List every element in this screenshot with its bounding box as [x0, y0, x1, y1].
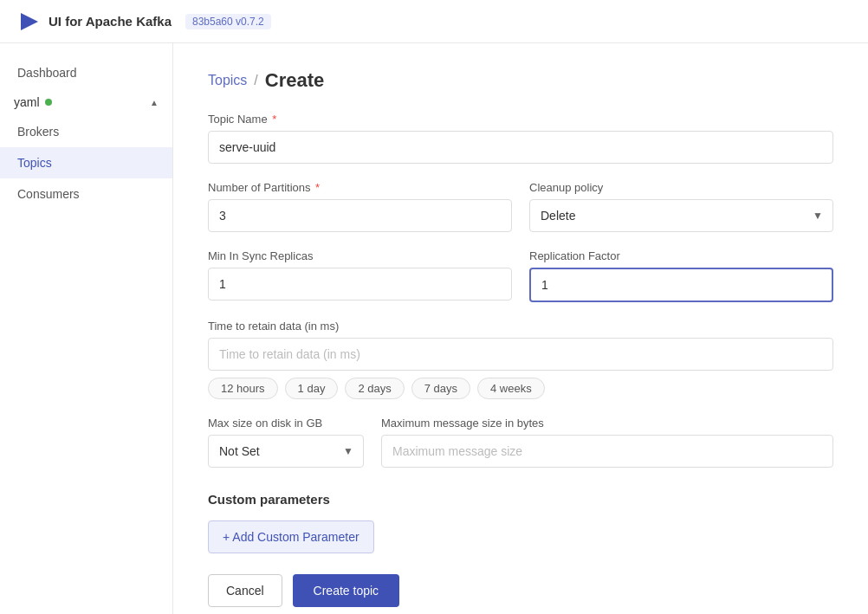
cleanup-policy-select[interactable]: Delete Compact Delete,Compact: [529, 199, 833, 232]
min-sync-replicas-group: Min In Sync Replicas: [208, 249, 512, 302]
cleanup-policy-select-wrapper: Delete Compact Delete,Compact ▼: [529, 199, 833, 232]
chip-2-days[interactable]: 2 days: [345, 378, 404, 399]
topic-name-group: Topic Name *: [208, 113, 833, 164]
chip-4-weeks[interactable]: 4 weeks: [477, 378, 545, 399]
max-size-row: Max size on disk in GB Not Set 1 5 10 50…: [208, 417, 833, 485]
partitions-group: Number of Partitions *: [208, 181, 512, 232]
topic-name-input[interactable]: [208, 131, 833, 164]
chevron-up-icon: ▲: [150, 98, 159, 107]
logo: UI for Apache Kafka: [17, 10, 172, 34]
breadcrumb-topics-link[interactable]: Topics: [208, 73, 247, 88]
add-custom-param-button[interactable]: + Add Custom Parameter: [208, 520, 374, 553]
breadcrumb-current: Create: [265, 69, 324, 92]
cleanup-policy-group: Cleanup policy Delete Compact Delete,Com…: [529, 181, 833, 232]
action-row: Cancel Create topic: [208, 574, 833, 607]
partitions-cleanup-row: Number of Partitions * Cleanup policy De…: [208, 181, 833, 249]
main-content: Topics / Create Topic Name * Number of P…: [173, 43, 868, 614]
replication-factor-group: Replication Factor: [529, 249, 833, 302]
replication-factor-label: Replication Factor: [529, 249, 833, 262]
time-chips: 12 hours 1 day 2 days 7 days 4 weeks: [208, 378, 833, 399]
sidebar-item-topics[interactable]: Topics: [0, 147, 172, 178]
app-name: UI for Apache Kafka: [49, 14, 172, 29]
max-message-size-input[interactable]: [381, 435, 833, 468]
sidebar-item-brokers[interactable]: Brokers: [0, 116, 172, 147]
min-sync-replicas-input[interactable]: [208, 268, 512, 301]
chip-12-hours[interactable]: 12 hours: [208, 378, 278, 399]
cleanup-policy-label: Cleanup policy: [529, 181, 833, 194]
sidebar-cluster[interactable]: yaml ▲: [0, 88, 172, 116]
chip-1-day[interactable]: 1 day: [285, 378, 339, 399]
topic-name-label: Topic Name *: [208, 113, 833, 126]
partitions-label: Number of Partitions *: [208, 181, 512, 194]
cluster-status-dot: [45, 99, 52, 106]
max-size-select[interactable]: Not Set 1 5 10 50 100: [208, 435, 364, 468]
max-size-label: Max size on disk in GB: [208, 417, 364, 430]
partitions-input[interactable]: [208, 199, 512, 232]
retain-data-input[interactable]: [208, 338, 833, 371]
logo-icon: [17, 10, 42, 34]
custom-params-title: Custom parameters: [208, 492, 833, 507]
chip-7-days[interactable]: 7 days: [411, 378, 470, 399]
breadcrumb: Topics / Create: [208, 69, 833, 92]
cancel-button[interactable]: Cancel: [208, 574, 282, 607]
breadcrumb-separator: /: [254, 73, 257, 88]
retain-data-group: Time to retain data (in ms) 12 hours 1 d…: [208, 320, 833, 399]
main-layout: Dashboard yaml ▲ Brokers Topics Consumer…: [0, 43, 868, 614]
sidebar: Dashboard yaml ▲ Brokers Topics Consumer…: [0, 43, 173, 614]
replicas-row: Min In Sync Replicas Replication Factor: [208, 249, 833, 320]
version-badge: 83b5a60 v0.7.2: [185, 14, 271, 29]
max-message-size-group: Maximum message size in bytes: [381, 417, 833, 468]
sidebar-item-dashboard[interactable]: Dashboard: [0, 57, 172, 88]
app-header: UI for Apache Kafka 83b5a60 v0.7.2: [0, 0, 868, 43]
cluster-name: yaml: [14, 95, 52, 109]
max-size-select-wrapper: Not Set 1 5 10 50 100 ▼: [208, 435, 364, 468]
min-sync-replicas-label: Min In Sync Replicas: [208, 249, 512, 262]
create-topic-button[interactable]: Create topic: [293, 574, 399, 607]
max-size-group: Max size on disk in GB Not Set 1 5 10 50…: [208, 417, 364, 468]
replication-factor-input[interactable]: [529, 268, 833, 302]
retain-data-label: Time to retain data (in ms): [208, 320, 833, 333]
svg-marker-0: [21, 13, 38, 30]
sidebar-item-consumers[interactable]: Consumers: [0, 178, 172, 210]
max-message-size-label: Maximum message size in bytes: [381, 417, 833, 430]
